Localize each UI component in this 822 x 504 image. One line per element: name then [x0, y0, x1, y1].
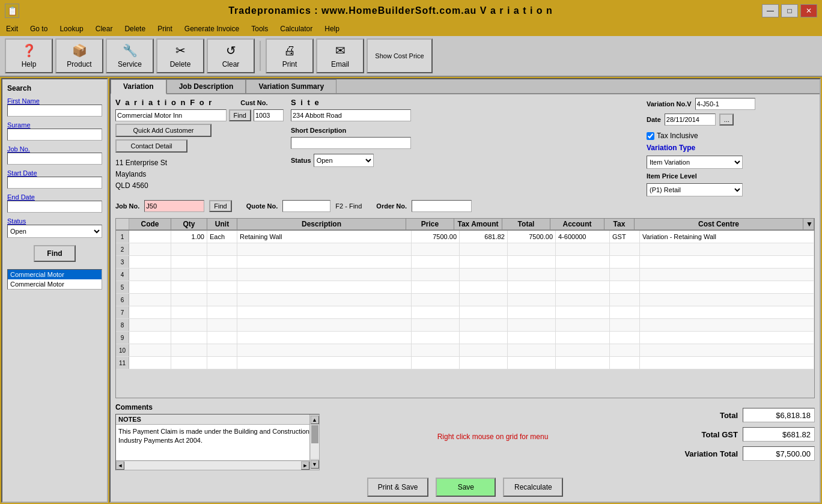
print-button[interactable]: 🖨 Print — [266, 38, 314, 73]
cell-account — [556, 281, 610, 293]
cell-code[interactable] — [129, 269, 171, 281]
cell-total — [508, 256, 556, 268]
status-form-select[interactable]: Open Closed — [314, 154, 374, 167]
short-desc-input[interactable] — [291, 137, 411, 149]
quick-add-customer-button[interactable]: Quick Add Customer — [115, 124, 212, 137]
cell-code[interactable] — [129, 243, 171, 255]
cell-code[interactable] — [129, 256, 171, 268]
total-gst-label: Total GST — [666, 430, 738, 439]
menu-clear[interactable]: Clear — [92, 23, 117, 34]
cell-code[interactable] — [129, 294, 171, 306]
job-no-input[interactable] — [7, 153, 102, 165]
surname-label[interactable]: Surame — [7, 121, 102, 129]
search-find-button[interactable]: Find — [34, 245, 76, 262]
job-no-label[interactable]: Job No. — [7, 145, 102, 153]
table-row[interactable]: 10 — [116, 344, 814, 357]
cell-code[interactable] — [129, 332, 171, 344]
menu-calculator[interactable]: Calculator — [276, 23, 316, 34]
table-row[interactable]: 4 — [116, 269, 814, 281]
menu-lookup[interactable]: Lookup — [56, 23, 87, 34]
cell-code[interactable] — [129, 281, 171, 293]
close-button[interactable]: ✕ — [800, 4, 817, 17]
cell-code[interactable] — [129, 231, 171, 243]
cell-tax-amount — [460, 281, 508, 293]
product-button[interactable]: 📦 Product — [55, 38, 103, 73]
cell-qty — [171, 281, 207, 293]
menu-help[interactable]: Help — [321, 23, 343, 34]
email-button[interactable]: ✉ Email — [316, 38, 364, 73]
status-select[interactable]: Open Closed — [7, 225, 102, 238]
quote-no-input[interactable] — [282, 200, 330, 212]
tab-variation-summary[interactable]: Variation Summary — [246, 79, 336, 93]
cell-price — [412, 344, 460, 356]
start-date-input[interactable] — [7, 177, 102, 189]
scroll-down-btn[interactable]: ▼ — [311, 460, 319, 469]
table-row[interactable]: 7 — [116, 306, 814, 319]
date-picker-button[interactable]: ... — [719, 114, 734, 126]
tab-bar: Variation Job Description Variation Summ… — [111, 79, 820, 94]
end-date-input[interactable] — [7, 201, 102, 213]
cell-code[interactable] — [129, 306, 171, 318]
menu-goto[interactable]: Go to — [26, 23, 51, 34]
print-save-button[interactable]: Print & Save — [367, 478, 429, 497]
table-row[interactable]: 9 — [116, 332, 814, 344]
end-date-label[interactable]: End Date — [7, 193, 102, 201]
variation-no-input[interactable] — [695, 98, 755, 110]
scroll-right-btn[interactable]: ► — [301, 461, 309, 470]
first-name-label[interactable]: First Name — [7, 97, 102, 105]
job-find-button[interactable]: Find — [209, 200, 231, 212]
table-row[interactable]: 3 — [116, 256, 814, 269]
first-name-section: First Name — [7, 97, 102, 117]
delete-button[interactable]: ✂ Delete — [156, 38, 204, 73]
scroll-thumb-v[interactable] — [311, 425, 318, 443]
status-form-label: Status — [291, 157, 311, 164]
tab-job-description[interactable]: Job Description — [166, 79, 246, 93]
menu-tools[interactable]: Tools — [248, 23, 272, 34]
cell-code[interactable] — [129, 344, 171, 356]
variation-type-select[interactable]: Item Variation — [647, 156, 743, 169]
help-button[interactable]: ❓ Help — [5, 38, 53, 73]
menu-delete[interactable]: Delete — [121, 23, 149, 34]
search-result-0[interactable]: Commercial Motor — [8, 270, 102, 279]
cell-code[interactable] — [129, 319, 171, 331]
recalculate-button[interactable]: Recalculate — [503, 478, 563, 497]
menu-generate-invoice[interactable]: Generate Invoice — [181, 23, 243, 34]
clear-button[interactable]: ↺ Clear — [207, 38, 255, 73]
service-button[interactable]: 🔧 Service — [106, 38, 154, 73]
search-result-1[interactable]: Commercial Motor — [8, 279, 102, 289]
first-name-input[interactable] — [7, 105, 102, 117]
maximize-button[interactable]: □ — [781, 4, 798, 17]
item-price-level-select[interactable]: (P1) Retail — [647, 183, 743, 196]
tab-variation[interactable]: Variation — [111, 79, 166, 94]
customer-find-button[interactable]: Find — [229, 109, 251, 121]
tax-inclusive-checkbox[interactable] — [647, 132, 654, 140]
table-row[interactable]: 11 — [116, 357, 814, 369]
scroll-up-btn[interactable]: ▲ — [311, 416, 319, 424]
table-row[interactable]: 6 — [116, 294, 814, 306]
menu-exit[interactable]: Exit — [2, 23, 22, 34]
customer-name-input[interactable] — [115, 109, 227, 121]
date-input[interactable] — [665, 114, 716, 126]
order-no-input[interactable] — [412, 200, 472, 212]
table-row[interactable]: 8 — [116, 319, 814, 332]
surname-input[interactable] — [7, 129, 102, 141]
cell-row-num: 2 — [116, 243, 129, 255]
site-address-input[interactable] — [291, 109, 411, 121]
scroll-left-btn[interactable]: ◄ — [116, 461, 124, 470]
show-cost-price-button[interactable]: Show Cost Price — [367, 38, 433, 73]
table-row[interactable]: 5 — [116, 281, 814, 294]
tax-inclusive-label[interactable]: Tax Inclusive — [647, 132, 698, 140]
minimize-button[interactable]: — — [762, 4, 779, 17]
cell-code[interactable] — [129, 357, 171, 369]
start-date-label[interactable]: Start Date — [7, 169, 102, 177]
status-section: Status Open Closed — [7, 217, 102, 238]
cell-cost-centre — [640, 281, 814, 293]
menu-print[interactable]: Print — [154, 23, 176, 34]
cell-total — [508, 357, 556, 369]
job-no-form-input[interactable] — [144, 200, 204, 212]
contact-detail-button[interactable]: Contact Detail — [115, 139, 187, 153]
save-button[interactable]: Save — [436, 478, 496, 497]
table-row[interactable]: 1 1.00 Each Retaining Wall 7500.00 681.8… — [116, 231, 814, 243]
table-row[interactable]: 2 — [116, 243, 814, 256]
cust-no-input[interactable] — [254, 109, 284, 121]
